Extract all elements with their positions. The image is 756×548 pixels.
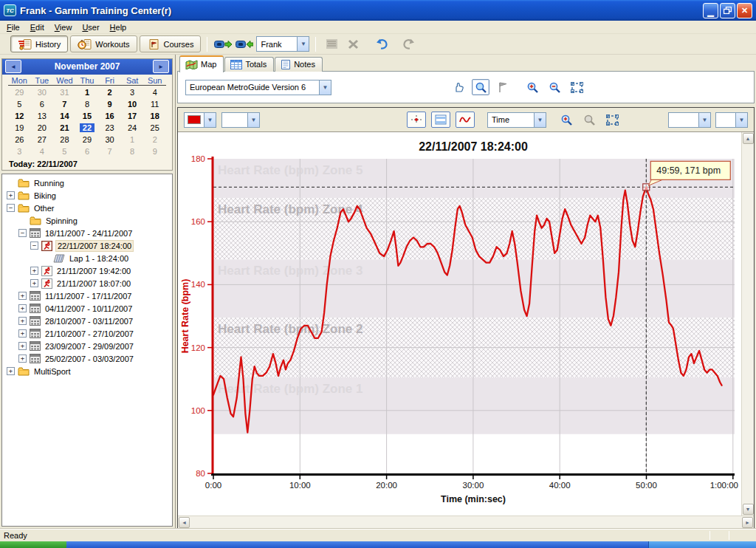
secondary-series-dropdown-icon[interactable]: ▼ — [247, 113, 259, 127]
close-button[interactable]: ✕ — [737, 3, 752, 18]
secondary-series-select[interactable]: ▼ — [221, 112, 260, 128]
tree-item-label[interactable]: MultiSport — [32, 366, 72, 377]
chart-fit-button[interactable] — [603, 112, 621, 128]
scroll-right-button[interactable]: ► — [742, 517, 753, 528]
tree-item[interactable]: +23/09/2007 - 29/09/2007 — [4, 340, 172, 352]
right-axis-select-1[interactable]: ▼ — [668, 112, 711, 128]
calendar-day[interactable]: 29 — [8, 86, 31, 98]
x-axis-select[interactable]: Time ▼ — [487, 112, 546, 128]
send-to-device-button[interactable] — [213, 35, 233, 52]
tree-item-label[interactable]: 28/10/2007 - 03/11/2007 — [44, 316, 134, 326]
tab-map[interactable]: Map — [179, 55, 224, 72]
start-button-edge[interactable] — [0, 541, 66, 548]
expand-icon[interactable]: + — [18, 317, 27, 325]
collapse-icon[interactable]: − — [18, 229, 27, 237]
expand-icon[interactable]: + — [7, 191, 15, 199]
scroll-left-button[interactable]: ◄ — [179, 517, 190, 528]
calendar-day[interactable]: 16 — [98, 110, 121, 122]
tree-item[interactable]: +MultiSport — [4, 365, 172, 377]
history-button[interactable]: History — [10, 35, 68, 52]
calendar-day[interactable]: 3 — [8, 145, 31, 157]
scroll-up-button[interactable]: ▲ — [743, 133, 754, 144]
calendar-day[interactable]: 8 — [76, 98, 99, 110]
tree-item[interactable]: +21/11/2007 18:07:00 — [4, 277, 172, 290]
zoom-select-tool-button[interactable] — [472, 79, 489, 95]
calendar-day-selected[interactable]: 22 — [76, 122, 99, 134]
map-fit-selection-button[interactable] — [568, 79, 585, 95]
tree-item-label[interactable]: 25/02/2007 - 03/03/2007 — [44, 354, 135, 364]
calendar-day[interactable]: 27 — [31, 134, 54, 145]
tree-item[interactable]: Running — [4, 177, 172, 189]
map-zoom-in-button[interactable] — [523, 79, 541, 95]
tree-item[interactable]: +21/10/2007 - 27/10/2007 — [4, 327, 172, 340]
calendar-day[interactable]: 9 — [98, 98, 121, 110]
menu-item-view[interactable]: View — [49, 22, 78, 32]
chart-plot[interactable]: Heart Rate (bpm) Zone 5Heart Rate (bpm) … — [178, 132, 741, 516]
calendar-day[interactable]: 30 — [98, 134, 121, 145]
calendar-day[interactable]: 24 — [121, 122, 144, 134]
right-axis-select-2-dropdown-icon[interactable]: ▼ — [735, 113, 747, 127]
calendar-day[interactable]: 6 — [31, 98, 54, 110]
menu-item-help[interactable]: Help — [105, 22, 132, 32]
tree-item-label[interactable]: 21/10/2007 - 27/10/2007 — [44, 329, 135, 339]
tree-item[interactable]: −18/11/2007 - 24/11/2007 — [4, 227, 172, 239]
calendar-day[interactable]: 9 — [143, 145, 166, 157]
calendar-day[interactable]: 2 — [143, 134, 166, 145]
smoothing-toggle-button[interactable] — [456, 112, 475, 128]
zones-toggle-button[interactable] — [431, 112, 450, 128]
calendar-day[interactable]: 2 — [98, 86, 121, 98]
tree-item[interactable]: +11/11/2007 - 17/11/2007 — [4, 290, 172, 302]
tree-item[interactable]: +Biking — [4, 189, 172, 202]
pan-tool-button[interactable] — [450, 79, 467, 95]
chart-vertical-scrollbar[interactable]: ▲ ▼ — [741, 132, 754, 516]
calendar-day[interactable]: 17 — [121, 110, 144, 122]
calendar-day[interactable]: 11 — [143, 98, 166, 110]
tree-item[interactable]: +04/11/2007 - 10/11/2007 — [4, 302, 172, 315]
tree-item-label[interactable]: 18/11/2007 - 24/11/2007 — [44, 228, 134, 239]
calendar-day[interactable]: 3 — [121, 86, 144, 98]
tree-item[interactable]: Spinning — [4, 214, 172, 227]
calendar-day[interactable]: 25 — [143, 122, 166, 134]
right-axis-select-2[interactable]: ▼ — [715, 112, 748, 128]
undo-button[interactable] — [372, 35, 391, 52]
calendar-day[interactable]: 12 — [8, 110, 31, 122]
calendar-day[interactable]: 21 — [53, 122, 76, 134]
tree-item-label-selected[interactable]: 22/11/2007 18:24:00 — [55, 240, 134, 252]
user-select[interactable]: Frank ▼ — [256, 36, 309, 52]
tree-item-label[interactable]: 04/11/2007 - 10/11/2007 — [44, 304, 134, 314]
collapse-icon[interactable]: − — [7, 204, 15, 212]
menu-item-file[interactable]: File — [1, 22, 25, 32]
expand-icon[interactable]: + — [30, 267, 38, 275]
calendar-day[interactable]: 7 — [98, 145, 121, 157]
tree-item[interactable]: +28/10/2007 - 03/11/2007 — [4, 315, 172, 327]
map-zoom-out-button[interactable] — [546, 79, 563, 95]
calendar-day[interactable]: 19 — [8, 122, 31, 134]
tree-item-label[interactable]: 21/11/2007 19:42:00 — [55, 266, 132, 276]
calendar-day[interactable]: 20 — [31, 122, 54, 134]
expand-icon[interactable]: + — [18, 342, 27, 350]
user-select-dropdown-icon[interactable]: ▼ — [297, 37, 309, 51]
calendar-day[interactable]: 8 — [121, 145, 144, 157]
minimize-button[interactable]: ▁ — [703, 3, 718, 18]
menu-item-edit[interactable]: Edit — [25, 22, 49, 32]
tree-item[interactable]: +21/11/2007 19:42:00 — [4, 264, 172, 277]
calendar-day[interactable]: 10 — [121, 98, 144, 110]
series-color-select[interactable]: ▼ — [184, 112, 216, 128]
workouts-button[interactable]: Workouts — [70, 35, 137, 52]
calendar-day[interactable]: 7 — [53, 98, 76, 110]
tree-item-label[interactable]: Other — [32, 203, 56, 213]
map-select-dropdown-icon[interactable]: ▼ — [319, 81, 331, 95]
expand-icon[interactable]: + — [7, 367, 15, 375]
heart-rate-chart[interactable]: Heart Rate (bpm) Zone 5Heart Rate (bpm) … — [178, 132, 740, 510]
tree-item-label[interactable]: 21/11/2007 18:07:00 — [55, 278, 132, 289]
calendar-day[interactable]: 28 — [53, 134, 76, 145]
tree-item-label[interactable]: Spinning — [44, 216, 79, 226]
calendar-day[interactable]: 30 — [31, 86, 54, 98]
calendar-day[interactable]: 15 — [76, 110, 99, 122]
chart-zoom-in-button[interactable] — [557, 112, 575, 128]
courses-button[interactable]: Courses — [140, 35, 202, 52]
series-color-dropdown-icon[interactable]: ▼ — [204, 113, 216, 127]
calendar-day[interactable]: 18 — [143, 110, 166, 122]
calendar-day[interactable]: 5 — [8, 98, 31, 110]
tree-item-label[interactable]: 23/09/2007 - 29/09/2007 — [44, 341, 135, 352]
